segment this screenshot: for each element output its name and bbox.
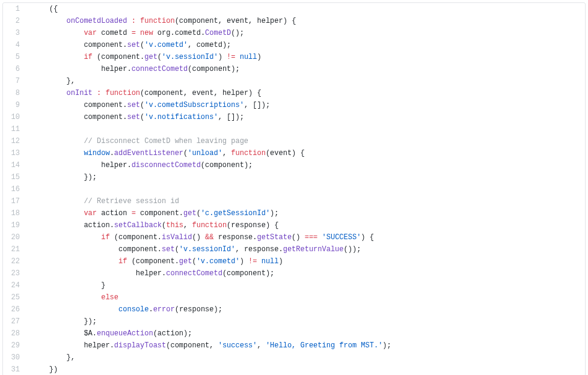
token xyxy=(127,17,131,25)
token: . xyxy=(158,233,162,242)
code-line: 17 // Retrieve session id xyxy=(3,195,585,207)
line-content[interactable]: // Disconnect CometD when leaving page xyxy=(27,135,585,147)
token: function xyxy=(140,17,175,25)
token: . xyxy=(279,245,283,254)
token: ( xyxy=(132,257,136,266)
token: }, xyxy=(67,77,75,85)
token: 'v.cometdSubscriptions' xyxy=(144,101,244,109)
token: function xyxy=(231,149,266,157)
line-content[interactable] xyxy=(27,123,585,135)
token: event xyxy=(270,149,292,157)
token: ) xyxy=(218,53,222,61)
token: // Retrieve session id xyxy=(84,197,179,206)
token: ); xyxy=(270,209,278,218)
line-content[interactable]: helper.connectCometd(component); xyxy=(27,267,585,279)
token: 'v.sessionId' xyxy=(162,53,218,61)
code-line: 26 console.error(response); xyxy=(3,303,585,316)
line-content[interactable]: component.set('v.cometdSubscriptions', [… xyxy=(27,99,585,111)
line-content[interactable]: var action = component.get('c.getSession… xyxy=(27,207,585,219)
line-content[interactable] xyxy=(27,183,585,195)
token: response xyxy=(213,233,253,242)
code-line: 14 helper.disconnectCometd(component); xyxy=(3,159,585,171)
line-content[interactable]: if (component.get('v.cometd') != null) xyxy=(27,255,585,267)
code-line: 29 helper.displayToast(component, 'succe… xyxy=(3,340,585,352)
token: component xyxy=(170,341,209,350)
line-content[interactable]: }) xyxy=(27,364,585,375)
token: helper xyxy=(101,65,127,73)
token: connectCometd xyxy=(166,269,222,278)
line-content[interactable]: ({ xyxy=(27,3,585,15)
token: onInit xyxy=(67,89,93,97)
line-content[interactable]: var cometd = new org.cometd.CometD(); xyxy=(27,27,585,39)
code-line: 5 if (component.get('v.sessionId') != nu… xyxy=(3,51,585,63)
token: var xyxy=(84,209,97,218)
line-number: 16 xyxy=(3,183,27,195)
line-content[interactable]: helper.connectCometd(component); xyxy=(27,63,585,75)
token xyxy=(366,233,370,242)
line-number: 2 xyxy=(3,15,27,27)
token: 'v.sessionId' xyxy=(179,245,236,254)
token: ); xyxy=(382,341,391,350)
line-content[interactable]: }); xyxy=(27,316,585,328)
code-line: 15 }); xyxy=(3,171,585,183)
token: component xyxy=(84,101,123,109)
line-content[interactable]: action.setCallback(this, function(respon… xyxy=(27,219,585,231)
line-content[interactable]: }, xyxy=(27,352,585,364)
line-content[interactable]: }); xyxy=(27,171,585,183)
token: ( xyxy=(197,209,201,218)
token: 'Hello, Greeting from MST.' xyxy=(266,341,382,350)
token: { xyxy=(301,149,305,157)
token: != xyxy=(227,53,235,61)
token: } xyxy=(101,281,105,290)
token: . xyxy=(127,161,131,169)
token: null xyxy=(262,257,279,266)
token: helper xyxy=(101,161,127,169)
token: ); xyxy=(213,305,222,314)
token: { xyxy=(370,233,374,242)
token: cometd xyxy=(192,41,222,49)
token: // Disconnect CometD when leaving page xyxy=(84,137,248,145)
line-content[interactable]: console.error(response); xyxy=(27,303,585,316)
code-line: 30 }, xyxy=(3,352,585,364)
line-content[interactable]: } xyxy=(27,279,585,291)
token: . xyxy=(179,209,183,218)
token: 'SUCCESS' xyxy=(322,233,361,242)
line-content[interactable]: }, xyxy=(27,75,585,87)
code-line: 10 component.set('v.notifications', []); xyxy=(3,111,585,123)
token: ( xyxy=(114,233,118,242)
line-content[interactable]: onInit : function(component, event, help… xyxy=(27,87,585,99)
line-number: 20 xyxy=(3,231,27,243)
line-content[interactable]: if (component.isValid() && response.getS… xyxy=(27,231,585,243)
token: action xyxy=(84,221,109,230)
token: window xyxy=(84,149,109,157)
token: ( xyxy=(192,257,196,266)
line-content[interactable]: else xyxy=(27,291,585,303)
line-content[interactable]: window.addEventListener('unload', functi… xyxy=(27,147,585,159)
token: ({ xyxy=(49,5,58,13)
line-content[interactable]: component.set('v.notifications', []); xyxy=(27,111,585,123)
token: ( xyxy=(158,53,162,61)
token: function xyxy=(105,89,140,97)
line-content[interactable]: helper.disconnectCometd(component); xyxy=(27,159,585,171)
line-number: 7 xyxy=(3,75,27,87)
token: () xyxy=(192,233,200,242)
line-content[interactable]: // Retrieve session id xyxy=(27,195,585,207)
token xyxy=(236,53,240,61)
line-content[interactable]: onCometdLoaded : function(component, eve… xyxy=(27,15,585,27)
line-content[interactable]: $A.enqueueAction(action); xyxy=(27,328,585,340)
token: error xyxy=(153,305,175,314)
token: ( xyxy=(222,269,227,278)
token: connectCometd xyxy=(132,65,188,73)
line-number: 23 xyxy=(3,267,27,279)
line-content[interactable]: if (component.get('v.sessionId') != null… xyxy=(27,51,585,63)
token: . xyxy=(110,221,114,230)
token: 'v.cometd' xyxy=(197,257,240,266)
token: component xyxy=(118,233,158,242)
code-line: 11 xyxy=(3,123,585,135)
token: []); xyxy=(227,113,244,121)
token: enqueueAction xyxy=(97,329,153,338)
line-content[interactable]: component.set('v.cometd', cometd); xyxy=(27,39,585,51)
token xyxy=(201,233,205,242)
line-content[interactable]: component.set('v.sessionId', response.ge… xyxy=(27,243,585,255)
line-content[interactable]: helper.displayToast(component, 'success'… xyxy=(27,340,585,352)
